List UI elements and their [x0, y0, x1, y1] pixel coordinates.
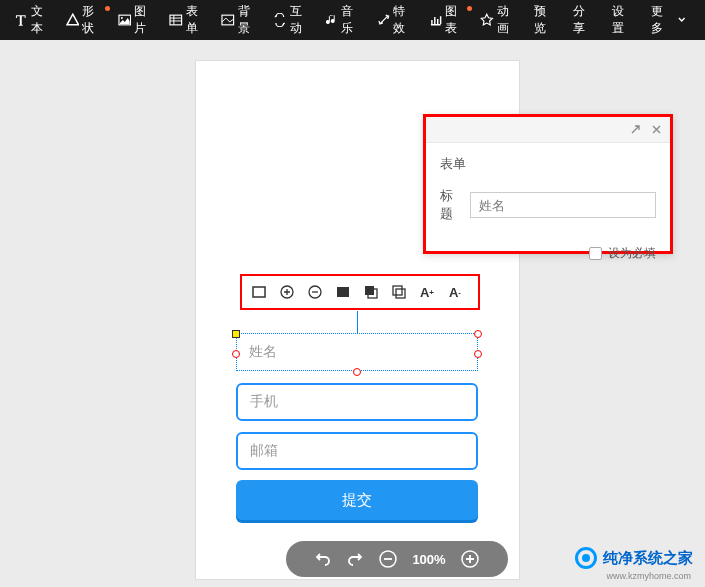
- toolbar-label: 图片: [134, 3, 157, 37]
- toolbar-interact[interactable]: 互动: [267, 0, 319, 40]
- toolbar-form[interactable]: 表单: [163, 0, 215, 40]
- tool-layers[interactable]: [362, 283, 380, 301]
- image-icon: [118, 13, 132, 27]
- submit-button[interactable]: 提交: [236, 480, 478, 520]
- toolbar-music[interactable]: 音乐: [319, 0, 371, 40]
- toolbar-chart[interactable]: 图表: [423, 0, 475, 40]
- chart-icon: [429, 13, 443, 27]
- toolbar-label: 图表: [445, 3, 468, 37]
- toolbar-effects[interactable]: 特效: [371, 0, 423, 40]
- handle-tl[interactable]: [232, 330, 240, 338]
- toolbar-background[interactable]: 背景: [215, 0, 267, 40]
- star-icon: [480, 13, 494, 27]
- undo-button[interactable]: [314, 550, 332, 568]
- effects-icon: [377, 13, 391, 27]
- toolbar-settings[interactable]: 设置: [604, 0, 643, 40]
- submit-label: 提交: [342, 491, 372, 510]
- toolbar-label: 互动: [290, 3, 313, 37]
- tool-remove[interactable]: [306, 283, 324, 301]
- zoom-in-button[interactable]: [460, 549, 480, 569]
- form-icon: [169, 13, 183, 27]
- field-placeholder: 姓名: [249, 343, 277, 361]
- toolbar-label: 文本: [31, 3, 54, 37]
- music-icon: [325, 13, 339, 27]
- panel-title-input[interactable]: [470, 192, 656, 218]
- zoom-out-button[interactable]: [378, 549, 398, 569]
- toolbar-text[interactable]: 文本: [8, 0, 60, 40]
- text-icon: [14, 13, 28, 27]
- selection-toolbar: A+ A-: [240, 274, 480, 310]
- chevron-down-icon: [677, 15, 686, 25]
- main-toolbar: 文本 形状 图片 表单 背景 互动 音乐 特效 图表 动画 预览 分享: [0, 0, 705, 40]
- toolbar-preview[interactable]: 预览: [526, 0, 565, 40]
- tool-fill[interactable]: [334, 283, 352, 301]
- svg-rect-11: [365, 286, 374, 295]
- background-icon: [221, 13, 235, 27]
- toolbar-label: 动画: [497, 3, 520, 37]
- shape-icon: [66, 13, 80, 27]
- toolbar-label: 音乐: [341, 3, 364, 37]
- tool-rect[interactable]: [250, 283, 268, 301]
- tool-add[interactable]: [278, 283, 296, 301]
- badge-dot: [467, 6, 472, 11]
- bottom-controls: 100%: [286, 541, 508, 577]
- toolbar-label: 背景: [238, 3, 261, 37]
- form-field-email[interactable]: 邮箱: [236, 432, 478, 470]
- panel-header: [426, 117, 670, 143]
- tool-copy[interactable]: [390, 283, 408, 301]
- toolbar-share[interactable]: 分享: [565, 0, 604, 40]
- toolbar-image[interactable]: 图片: [112, 0, 164, 40]
- watermark-logo-icon: [575, 547, 597, 569]
- panel-title: 表单: [440, 155, 656, 173]
- canvas-area: A+ A- 姓名 手机 邮箱 提交 100% 表单 标题: [0, 40, 705, 587]
- watermark-url: www.kzmyhome.com: [606, 571, 691, 581]
- interact-icon: [273, 13, 287, 27]
- form-field-name[interactable]: 姓名: [236, 333, 478, 371]
- field-placeholder: 手机: [250, 393, 278, 411]
- svg-rect-14: [396, 289, 405, 298]
- toolbar-shape[interactable]: 形状: [60, 0, 112, 40]
- close-icon[interactable]: [651, 124, 662, 135]
- toolbar-label: 表单: [186, 3, 209, 37]
- tool-font-increase[interactable]: A+: [418, 283, 436, 301]
- redo-button[interactable]: [346, 550, 364, 568]
- toolbar-more[interactable]: 更多: [643, 0, 697, 40]
- toolbar-label: 特效: [393, 3, 416, 37]
- required-checkbox[interactable]: [589, 247, 602, 260]
- handle-tr[interactable]: [474, 330, 482, 338]
- toolbar-animation[interactable]: 动画: [474, 0, 526, 40]
- form-field-phone[interactable]: 手机: [236, 383, 478, 421]
- connector-line: [357, 311, 358, 333]
- badge-dot: [105, 6, 110, 11]
- properties-panel: 表单 标题 设为必填: [423, 114, 673, 254]
- svg-rect-13: [393, 286, 402, 295]
- handle-bm[interactable]: [353, 368, 361, 376]
- expand-icon[interactable]: [630, 124, 641, 135]
- zoom-value: 100%: [412, 552, 445, 567]
- watermark: 纯净系统之家: [575, 547, 693, 569]
- tool-font-decrease[interactable]: A-: [446, 283, 464, 301]
- watermark-text: 纯净系统之家: [603, 549, 693, 568]
- field-placeholder: 邮箱: [250, 442, 278, 460]
- toolbar-label: 形状: [82, 3, 105, 37]
- svg-rect-10: [337, 287, 349, 297]
- svg-rect-7: [253, 287, 265, 297]
- handle-ml[interactable]: [232, 350, 240, 358]
- svg-point-1: [121, 17, 123, 19]
- svg-rect-2: [170, 15, 182, 25]
- handle-mr[interactable]: [474, 350, 482, 358]
- required-label: 设为必填: [608, 245, 656, 262]
- panel-field-label: 标题: [440, 187, 456, 223]
